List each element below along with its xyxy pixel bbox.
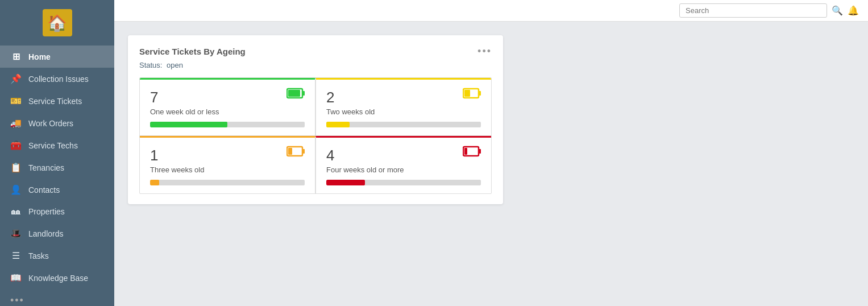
svg-rect-1 [302, 91, 305, 96]
sidebar-item-service-techs[interactable]: 🧰 Service Techs [0, 134, 114, 156]
battery-red-icon [463, 146, 482, 160]
sidebar-item-label: Landlords [28, 229, 64, 238]
toolbox-icon: 🧰 [10, 140, 22, 151]
svg-rect-8 [288, 148, 292, 155]
sidebar-item-home[interactable]: ⊞ Home [0, 46, 114, 68]
logo-icon: 🏠 [43, 9, 72, 36]
widget-title: Service Tickets By Ageing [139, 47, 246, 56]
card-number: 7 [150, 89, 305, 106]
card-label: Two weeks old [326, 107, 481, 116]
sidebar-item-collection-issues[interactable]: 📌 Collection Issues [0, 68, 114, 90]
truck-icon: 🚚 [10, 118, 22, 129]
search-icon[interactable]: 🔍 [832, 5, 843, 16]
sidebar-item-label: Service Tickets [28, 97, 82, 106]
person-icon: 👤 [10, 184, 22, 195]
ageing-cards-grid: 7 One week old or less 2 [139, 77, 492, 194]
sidebar-item-label: Collection Issues [28, 75, 89, 84]
card-one-week[interactable]: 7 One week old or less [140, 78, 315, 136]
card-number: 1 [150, 147, 305, 164]
sidebar-item-label: Work Orders [28, 119, 73, 128]
widget-menu-button[interactable]: ••• [477, 46, 492, 57]
sidebar-item-label: Contacts [28, 185, 60, 195]
sidebar-item-label: Tenancies [28, 163, 64, 172]
progress-bar-fill [326, 122, 350, 127]
widget-status: Status: open [139, 61, 492, 69]
progress-bar-bg [150, 122, 305, 127]
main-area: 🔍 🔔 Service Tickets By Ageing ••• Status… [114, 0, 868, 306]
status-label: Status: [139, 61, 162, 69]
landlord-icon: 🎩 [10, 228, 22, 239]
card-label: Four weeks old or more [326, 166, 481, 174]
progress-bar-fill [326, 180, 365, 185]
sidebar-item-tasks[interactable]: ☰ Tasks [0, 245, 114, 267]
card-three-weeks[interactable]: 1 Three weeks old [140, 136, 315, 193]
service-tickets-widget: Service Tickets By Ageing ••• Status: op… [128, 35, 503, 204]
sidebar-item-label: Properties [28, 207, 65, 216]
card-label: One week old or less [150, 107, 305, 116]
sidebar-item-knowledge-base[interactable]: 📖 Knowledge Base [0, 267, 114, 289]
battery-yellow-icon [463, 88, 482, 102]
sidebar-logo: 🏠 [0, 0, 114, 46]
progress-bar-fill [150, 122, 227, 127]
svg-rect-2 [288, 90, 300, 97]
svg-rect-7 [302, 149, 305, 154]
svg-rect-5 [464, 90, 470, 97]
sidebar-item-label: Home [28, 52, 51, 61]
progress-bar-fill [150, 180, 159, 185]
card-two-weeks[interactable]: 2 Two weeks old [315, 78, 491, 136]
ticket-icon: 🎫 [10, 96, 22, 106]
sidebar-item-label: Tasks [28, 251, 49, 260]
sidebar-item-landlords[interactable]: 🎩 Landlords [0, 222, 114, 245]
sidebar-item-tenancies[interactable]: 📋 Tenancies [0, 156, 114, 179]
sidebar-item-work-orders[interactable]: 🚚 Work Orders [0, 112, 114, 134]
card-four-weeks[interactable]: 4 Four weeks old or more [315, 136, 491, 193]
svg-rect-10 [479, 149, 481, 154]
progress-bar-bg [150, 180, 305, 185]
topbar: 🔍 🔔 [114, 0, 868, 22]
pin-icon: 📌 [10, 73, 22, 84]
battery-orange-icon [286, 146, 306, 160]
properties-icon: 🏘 [10, 206, 22, 217]
status-value: open [167, 61, 183, 69]
sidebar-item-contacts[interactable]: 👤 Contacts [0, 179, 114, 201]
progress-bar-bg [326, 122, 481, 127]
svg-rect-11 [464, 148, 467, 155]
sidebar-item-label: Knowledge Base [28, 274, 88, 283]
battery-green-icon [286, 88, 306, 102]
svg-rect-4 [479, 91, 481, 96]
book-icon: 📖 [10, 272, 22, 283]
widget-header: Service Tickets By Ageing ••• [139, 46, 492, 57]
search-input[interactable] [679, 3, 827, 18]
list-icon: ☰ [10, 250, 22, 261]
sidebar-item-properties[interactable]: 🏘 Properties [0, 201, 114, 222]
home-icon: ⊞ [10, 51, 22, 62]
card-number: 4 [326, 147, 481, 164]
card-number: 2 [326, 89, 481, 106]
sidebar-item-service-tickets[interactable]: 🎫 Service Tickets [0, 90, 114, 112]
sidebar-item-label: Service Techs [28, 141, 78, 150]
clipboard-icon: 📋 [10, 162, 22, 173]
sidebar-more-button[interactable]: ••• [0, 289, 114, 306]
content-area: Service Tickets By Ageing ••• Status: op… [114, 22, 868, 306]
card-label: Three weeks old [150, 166, 305, 174]
sidebar: 🏠 ⊞ Home 📌 Collection Issues 🎫 Service T… [0, 0, 114, 306]
bell-icon[interactable]: 🔔 [848, 5, 859, 16]
progress-bar-bg [326, 180, 481, 185]
